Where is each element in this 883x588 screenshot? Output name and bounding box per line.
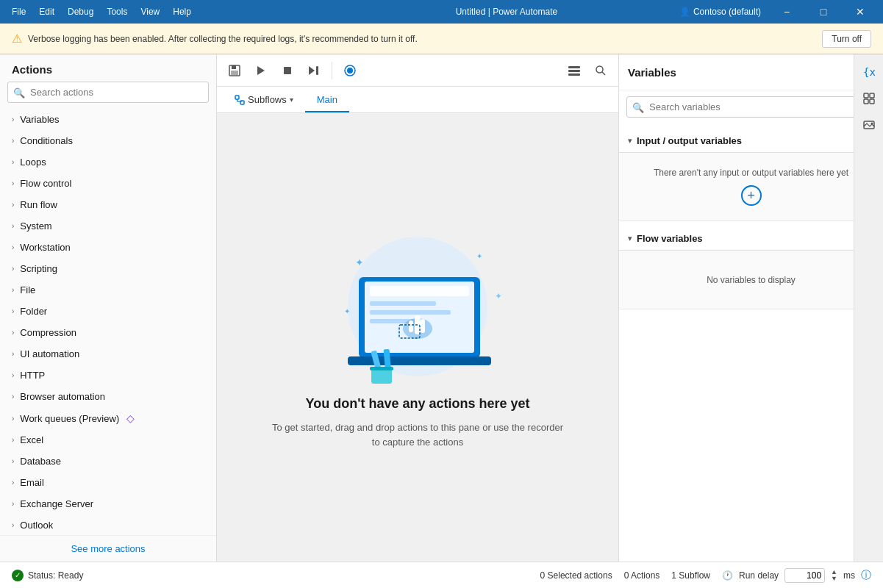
svg-rect-1 xyxy=(232,65,236,69)
action-label: Scripting xyxy=(20,263,57,274)
action-flow-control[interactable]: › Flow control xyxy=(0,173,216,194)
stop-button[interactable] xyxy=(276,59,299,82)
status-ready: ✓ Status: Ready xyxy=(12,570,83,581)
chevron-icon: › xyxy=(12,265,14,273)
chevron-icon: › xyxy=(12,201,14,209)
svg-rect-4 xyxy=(284,67,291,74)
run-delay-input[interactable] xyxy=(784,568,825,583)
see-more-link[interactable]: See more actions xyxy=(71,543,145,554)
variables-and-icons: Variables ✕ 🔍 ▾ Input / output variables… xyxy=(618,54,883,562)
action-label: Variables xyxy=(20,114,59,125)
menu-file[interactable]: File xyxy=(6,4,32,20)
close-button[interactable]: ✕ xyxy=(843,0,877,24)
variables-content: ▾ Input / output variables 0 There aren'… xyxy=(619,123,883,534)
status-right: 🕐 Run delay ▲ ▼ ms ⓘ xyxy=(722,568,871,583)
svg-point-8 xyxy=(347,68,353,74)
menu-help[interactable]: Help xyxy=(167,4,197,20)
input-output-body: There aren't any input or output variabl… xyxy=(619,153,883,221)
tabs-bar: Subflows ▾ Main xyxy=(217,87,618,113)
action-compression[interactable]: › Compression xyxy=(0,322,216,343)
action-label: Work queues (Preview) xyxy=(20,413,119,424)
chevron-icon: › xyxy=(12,115,14,123)
action-label: System xyxy=(20,220,51,232)
search-canvas-button[interactable] xyxy=(589,59,612,82)
menu-debug[interactable]: Debug xyxy=(62,4,99,20)
flow-variables-section-header[interactable]: ▾ Flow variables 0 xyxy=(619,227,883,251)
tab-main[interactable]: Main xyxy=(305,88,349,112)
pencil-area: ✏ xyxy=(619,534,883,562)
run-button[interactable] xyxy=(249,59,273,82)
action-label: Workstation xyxy=(20,242,70,253)
record-button[interactable] xyxy=(338,59,362,82)
svg-text:✦: ✦ xyxy=(344,307,350,315)
svg-rect-30 xyxy=(370,310,451,315)
images-icon-button[interactable] xyxy=(857,113,881,137)
info-icon[interactable]: ⓘ xyxy=(861,569,871,582)
action-label: Outlook xyxy=(20,520,53,531)
ui-elements-icon-button[interactable] xyxy=(857,87,881,110)
svg-point-12 xyxy=(596,66,603,73)
turn-off-button[interactable]: Turn off xyxy=(822,30,871,48)
next-step-button[interactable] xyxy=(302,59,326,82)
save-button[interactable] xyxy=(223,59,246,82)
layers-button[interactable] xyxy=(562,59,586,82)
action-workstation[interactable]: › Workstation xyxy=(0,237,216,258)
add-input-output-variable-button[interactable]: + xyxy=(741,185,762,206)
action-label: Database xyxy=(20,456,61,467)
actions-list: › Variables › Conditionals › Loops › Flo… xyxy=(0,109,216,535)
action-browser-automation[interactable]: › Browser automation xyxy=(0,386,216,407)
run-delay-spinner[interactable]: ▲ ▼ xyxy=(831,569,837,582)
svg-rect-2 xyxy=(231,71,238,75)
variables-search-icon: 🔍 xyxy=(632,101,644,112)
svg-point-44 xyxy=(871,123,873,125)
action-ui-automation[interactable]: › UI automation xyxy=(0,343,216,365)
account-button[interactable]: 👤 Contoso (default) xyxy=(673,4,767,20)
input-output-section-header[interactable]: ▾ Input / output variables 0 xyxy=(619,129,883,153)
tab-subflows[interactable]: Subflows ▾ xyxy=(223,88,305,112)
input-output-empty-text: There aren't any input or output variabl… xyxy=(654,168,848,178)
action-system[interactable]: › System xyxy=(0,215,216,237)
action-email[interactable]: › Email xyxy=(0,472,216,493)
variables-search-input[interactable] xyxy=(626,96,876,118)
action-database[interactable]: › Database xyxy=(0,451,216,472)
clock-icon: 🕐 xyxy=(722,570,733,581)
minimize-button[interactable]: − xyxy=(770,0,804,24)
variables-icon-button[interactable]: {x} xyxy=(857,60,881,84)
action-scripting[interactable]: › Scripting xyxy=(0,258,216,279)
flow-variables-section: ▾ Flow variables 0 No variables to displ… xyxy=(619,227,883,309)
action-folder[interactable]: › Folder xyxy=(0,301,216,322)
menu-edit[interactable]: Edit xyxy=(33,4,60,20)
action-work-queues[interactable]: › Work queues (Preview) ◇ xyxy=(0,407,216,429)
action-conditionals[interactable]: › Conditionals xyxy=(0,130,216,151)
svg-line-13 xyxy=(602,72,605,75)
action-label: Email xyxy=(20,477,44,488)
toolbar-separator xyxy=(332,62,332,79)
action-label: Conditionals xyxy=(20,135,73,146)
action-variables[interactable]: › Variables xyxy=(0,109,216,130)
chevron-icon: › xyxy=(12,222,14,230)
svg-marker-5 xyxy=(309,66,315,75)
action-http[interactable]: › HTTP xyxy=(0,365,216,386)
action-file[interactable]: › File xyxy=(0,279,216,301)
chevron-icon: › xyxy=(12,350,14,358)
variables-search-box: 🔍 xyxy=(626,96,876,118)
action-loops[interactable]: › Loops xyxy=(0,151,216,173)
menu-view[interactable]: View xyxy=(135,4,165,20)
action-outlook[interactable]: › Outlook xyxy=(0,514,216,535)
actions-panel: Actions 🔍 › Variables › Conditionals › L… xyxy=(0,54,217,562)
run-delay-label: Run delay xyxy=(739,570,779,581)
maximize-button[interactable]: □ xyxy=(807,0,840,24)
action-label: File xyxy=(20,284,35,295)
actions-search-input[interactable] xyxy=(7,82,209,103)
spinner-down-icon[interactable]: ▼ xyxy=(831,576,837,582)
chevron-icon: › xyxy=(12,478,14,487)
menu-tools[interactable]: Tools xyxy=(101,4,133,20)
action-exchange-server[interactable]: › Exchange Server xyxy=(0,493,216,514)
action-run-flow[interactable]: › Run flow xyxy=(0,194,216,215)
action-excel[interactable]: › Excel xyxy=(0,429,216,451)
search-icon: 🔍 xyxy=(13,87,25,98)
empty-canvas: ✦ ✦ ✦ ✦ ✦ ✦ xyxy=(271,226,565,449)
title-bar: File Edit Debug Tools View Help Untitled… xyxy=(0,0,883,24)
chevron-down-icon: ▾ xyxy=(290,96,293,104)
action-label: Loops xyxy=(20,157,46,168)
